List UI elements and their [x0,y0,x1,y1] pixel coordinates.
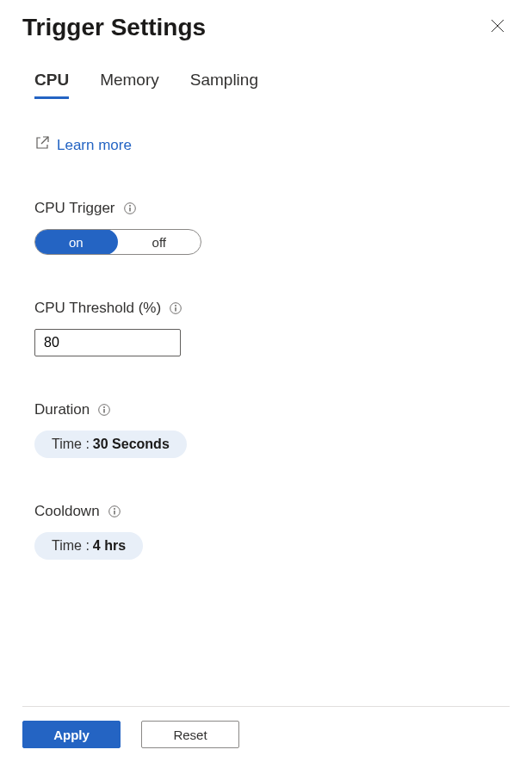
duration-pill[interactable]: Time : 30 Seconds [34,431,187,458]
tab-bar: CPU Memory Sampling [34,71,510,99]
cpu-trigger-label: CPU Trigger [34,200,115,217]
svg-rect-8 [104,409,105,413]
footer: Apply Reset [22,706,510,748]
cpu-trigger-toggle[interactable]: on off [34,229,201,255]
info-icon[interactable] [170,302,182,314]
duration-label: Duration [34,401,90,418]
cpu-threshold-label: CPU Threshold (%) [34,300,161,317]
duration-pill-value: 30 Seconds [93,437,170,452]
close-icon[interactable] [486,14,510,41]
toggle-off[interactable]: off [118,230,201,254]
duration-pill-label: Time : [52,437,90,452]
toggle-on[interactable]: on [34,229,118,255]
cpu-threshold-input[interactable] [34,329,181,356]
info-icon[interactable] [124,202,136,214]
learn-more-label: Learn more [57,137,132,154]
tab-sampling[interactable]: Sampling [190,71,258,99]
cooldown-pill[interactable]: Time : 4 hrs [34,532,143,560]
info-icon[interactable] [108,505,121,517]
svg-rect-11 [114,511,114,515]
svg-rect-5 [175,307,176,312]
cooldown-pill-label: Time : [52,538,90,554]
info-icon[interactable] [98,404,110,416]
svg-point-1 [129,205,131,207]
reset-button[interactable]: Reset [141,721,239,748]
page-title: Trigger Settings [22,14,206,41]
svg-rect-2 [129,208,130,212]
tab-cpu[interactable]: CPU [34,71,69,99]
svg-point-7 [103,406,105,408]
learn-more-link[interactable]: Learn more [34,135,132,155]
cooldown-label: Cooldown [34,503,100,520]
tab-memory[interactable]: Memory [100,71,159,99]
external-link-icon [34,135,50,155]
apply-button[interactable]: Apply [22,721,121,748]
cooldown-pill-value: 4 hrs [93,538,126,554]
svg-point-4 [175,305,176,307]
svg-point-10 [114,508,115,510]
